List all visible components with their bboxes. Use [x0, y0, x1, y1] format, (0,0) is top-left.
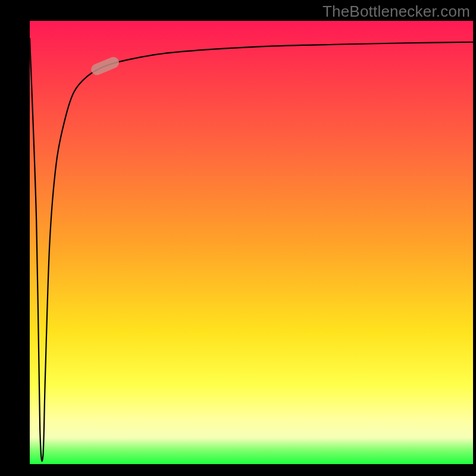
- chart-frame: TheBottlenecker.com: [0, 0, 476, 476]
- highlight-marker: [90, 56, 120, 77]
- plot-area: [30, 21, 473, 464]
- bottleneck-curve: [30, 39, 473, 461]
- attribution-label: TheBottlenecker.com: [322, 2, 470, 21]
- curve-layer: [30, 21, 473, 464]
